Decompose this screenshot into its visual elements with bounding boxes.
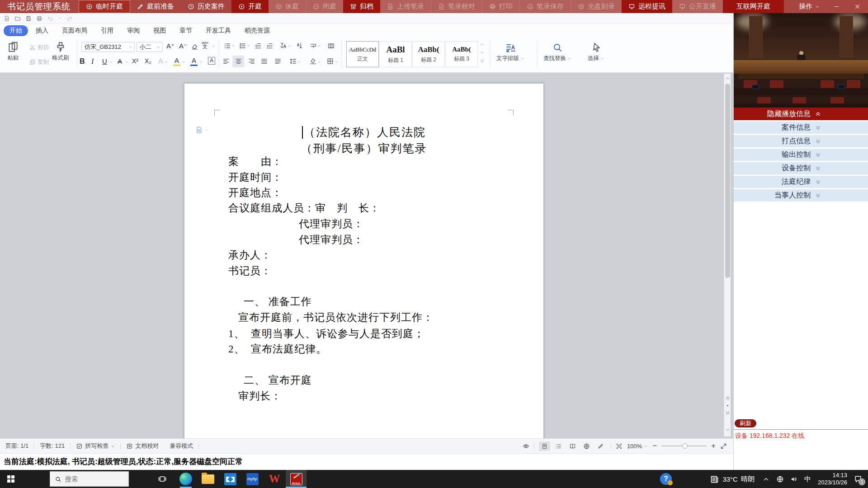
task-view-button[interactable] [152,470,173,488]
taskbar-search[interactable] [50,471,129,487]
select-button[interactable]: 选择 [588,42,604,62]
eye-protection-button[interactable] [523,443,529,450]
chevron-down-icon[interactable] [212,45,215,48]
scroll-up-button[interactable] [725,75,731,81]
mail-button[interactable] [220,470,241,488]
tab-review[interactable]: 审阅 [121,25,146,36]
hide-playback-info-button[interactable]: 隐藏播放信息 [734,108,868,120]
tab-docer-resources[interactable]: 稻壳资源 [239,25,276,36]
new-document-icon[interactable] [4,15,10,22]
page-view-button[interactable] [539,441,550,451]
scroll-down-button[interactable] [725,427,731,433]
find-replace-button[interactable]: 查找替换 [543,42,571,62]
increase-font-button[interactable]: A⁺ [166,42,175,50]
chevron-down-icon[interactable] [165,60,168,64]
undo-icon[interactable] [47,15,53,22]
wps-button[interactable]: W [264,470,285,488]
chevron-down-icon[interactable] [247,44,250,48]
ink-view-button[interactable] [595,441,606,451]
close-button[interactable] [853,2,862,11]
pinyin-guide-button[interactable]: wén 文 [202,41,208,48]
text-layout-button[interactable]: 文字排版 [496,42,524,62]
search-input[interactable] [65,475,115,483]
decrease-indent-button[interactable] [254,42,262,50]
chevron-down-icon[interactable] [231,44,235,48]
tab-dev-tools[interactable]: 开发工具 [200,25,237,36]
help-tray-button[interactable]: ? [656,470,676,488]
notification-center-button[interactable]: 1 [851,470,868,488]
vertical-scrollbar[interactable] [724,74,731,436]
section-case-info[interactable]: 案件信息 [734,122,868,134]
volume-tray-button[interactable] [787,470,801,488]
chevron-down-icon[interactable] [125,60,128,64]
ime-indicator[interactable]: 中 [801,470,814,488]
menu-temp-session-button[interactable]: 临时开庭 [79,0,130,13]
style-heading1[interactable]: AaBl 标题 1 [379,41,412,67]
chevron-down-icon[interactable] [109,60,113,64]
menu-open-court-button[interactable]: 开庭 [231,0,269,13]
select-browse-object-button[interactable] [725,403,731,408]
fit-page-button[interactable] [616,443,623,450]
increase-indent-button[interactable] [266,42,274,50]
font-color-button[interactable]: A [192,56,196,64]
chevron-down-icon[interactable] [199,60,203,64]
previous-page-button[interactable] [725,395,731,401]
bold-button[interactable]: B [80,57,85,66]
tab-page-layout[interactable]: 页面布局 [56,25,93,36]
distribute-button[interactable] [274,57,282,65]
menu-history-cases-button[interactable]: 历史案件 [181,0,231,13]
zoom-out-button[interactable]: − [652,441,657,450]
style-gallery-more-button[interactable] [480,58,485,63]
file-explorer-button[interactable] [198,470,218,488]
web-view-button[interactable] [581,441,592,451]
network-tray-button[interactable] [773,470,787,488]
line-spacing-button[interactable] [289,57,297,65]
hidden-icons-button[interactable] [759,470,773,488]
tab-references[interactable]: 引用 [95,25,119,36]
highlight-color-button[interactable]: A [175,56,179,64]
strikethrough-button[interactable]: A [118,57,122,65]
section-court-discipline[interactable]: 法庭纪律 [734,176,868,188]
numbered-list-button[interactable] [239,42,246,50]
zoom-slider[interactable] [661,446,707,446]
menu-internet-court-button[interactable]: 互联网开庭 [723,0,784,13]
decrease-font-button[interactable]: A⁻ [179,42,187,50]
zoom-level-button[interactable]: 100% [627,443,648,450]
style-heading2[interactable]: AaBb( 标题 2 [412,41,445,67]
myhp-button[interactable]: myhp [242,470,263,488]
zoom-slider-knob[interactable] [682,443,688,449]
style-normal[interactable]: AaBbCcDd 正文 [346,41,379,67]
tab-home[interactable]: 开始 [4,25,28,36]
tab-section[interactable]: 章节 [174,25,198,36]
courtroom-video-feed[interactable] [734,13,868,108]
open-file-icon[interactable] [14,15,21,22]
chevron-down-icon[interactable] [297,60,301,64]
style-gallery-up-button[interactable] [480,42,485,47]
redo-icon[interactable] [66,15,73,22]
borders-button[interactable] [326,57,334,65]
shading-button[interactable] [309,57,317,65]
read-view-button[interactable] [567,441,578,451]
document-proof-button[interactable]: 文档校对 [121,442,164,450]
taskbar-clock[interactable]: 14:13 2023/10/26 [814,472,851,486]
refresh-button[interactable]: 刷新 [735,419,756,427]
character-border-button[interactable]: A [208,57,215,65]
section-mark-info[interactable]: 打点信息 [734,135,868,147]
bullet-list-button[interactable] [223,42,231,50]
text-tool-button[interactable] [279,42,287,50]
zoom-in-button[interactable]: + [711,441,716,450]
avsys-app-button[interactable]: Avsys [286,470,307,488]
next-page-button[interactable] [725,410,731,416]
menu-archive-button[interactable]: 归档 [343,0,380,13]
print-icon[interactable] [36,15,42,22]
format-painter-button[interactable]: 格式刷 [52,41,69,62]
menu-remote-interrogation-button[interactable]: 远程提讯 [622,0,672,13]
underline-button[interactable]: U [102,57,107,65]
style-gallery-down-button[interactable] [480,50,485,55]
section-party-control[interactable]: 当事人控制 [734,189,868,202]
italic-button[interactable]: I [91,57,94,66]
document-page[interactable]: （法院名称）人民法院 （刑事/民事）审判笔录 案 由： 开庭时间： 开庭地点： … [184,84,543,438]
minimize-button[interactable] [832,2,841,11]
font-name-select[interactable]: 仿宋_GB2312 [81,42,135,52]
style-heading3[interactable]: AaBb( 标题 3 [445,41,478,67]
